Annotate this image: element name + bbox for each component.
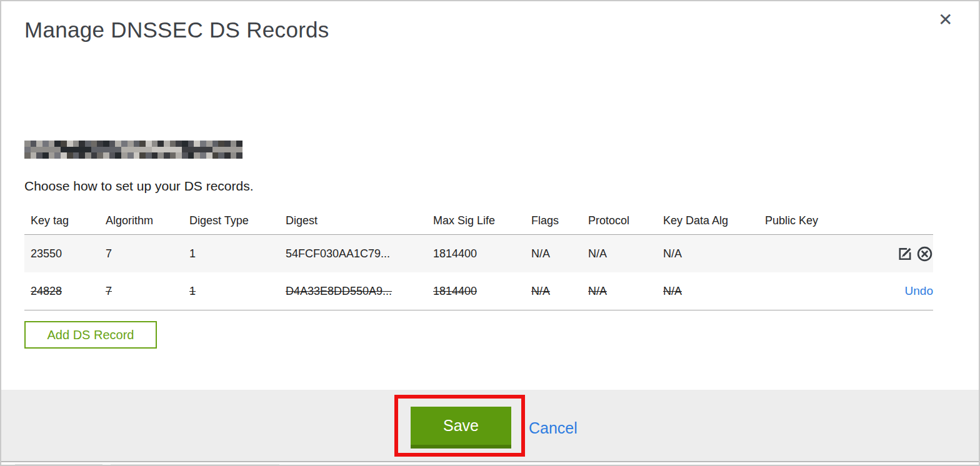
table-row-deleted: 24828 7 1 D4A33E8DD550A9... 1814400 N/A … bbox=[24, 272, 933, 310]
cell-key-tag: 24828 bbox=[24, 272, 99, 310]
column-header-key-data-alg: Key Data Alg bbox=[657, 207, 759, 235]
save-button[interactable]: Save bbox=[411, 407, 511, 449]
page-title: Manage DNSSEC DS Records bbox=[24, 17, 329, 42]
cell-digest-type: 1 bbox=[183, 235, 279, 273]
instruction-text: Choose how to set up your DS records. bbox=[24, 179, 254, 194]
column-header-flags: Flags bbox=[525, 207, 582, 235]
column-header-protocol: Protocol bbox=[582, 207, 657, 235]
redacted-domain-name bbox=[24, 141, 242, 159]
cell-digest: D4A33E8DD550A9... bbox=[279, 272, 427, 310]
cancel-link[interactable]: Cancel bbox=[529, 419, 578, 437]
cell-max-sig-life: 1814400 bbox=[427, 272, 525, 310]
column-header-digest-type: Digest Type bbox=[183, 207, 279, 235]
delete-icon[interactable] bbox=[916, 245, 933, 262]
cell-key-tag: 23550 bbox=[24, 235, 99, 273]
cell-key-data-alg: N/A bbox=[657, 235, 759, 273]
cell-digest-type: 1 bbox=[183, 272, 279, 310]
undo-link[interactable]: Undo bbox=[905, 284, 933, 297]
cell-public-key bbox=[759, 272, 840, 310]
cell-max-sig-life: 1814400 bbox=[427, 235, 525, 273]
table-header-row: Key tag Algorithm Digest Type Digest Max… bbox=[24, 207, 933, 235]
column-header-digest: Digest bbox=[279, 207, 427, 235]
column-header-key-tag: Key tag bbox=[24, 207, 99, 235]
add-ds-record-button[interactable]: Add DS Record bbox=[24, 321, 157, 349]
cell-public-key bbox=[759, 235, 840, 273]
dnssec-ds-records-modal: Manage DNSSEC DS Records ✕ Choose how to… bbox=[0, 0, 980, 466]
cell-actions: Undo bbox=[840, 272, 933, 310]
close-icon[interactable]: ✕ bbox=[938, 11, 952, 29]
cell-digest: 54FCF030AA1C79... bbox=[279, 235, 427, 273]
cell-protocol: N/A bbox=[582, 272, 657, 310]
cell-key-data-alg: N/A bbox=[657, 272, 759, 310]
cell-flags: N/A bbox=[525, 235, 582, 273]
cell-flags: N/A bbox=[525, 272, 582, 310]
ds-records-table: Key tag Algorithm Digest Type Digest Max… bbox=[24, 207, 933, 310]
cell-actions bbox=[840, 235, 933, 273]
table-row: 23550 7 1 54FCF030AA1C79... 1814400 N/A … bbox=[24, 235, 933, 273]
edit-icon[interactable] bbox=[896, 245, 913, 262]
column-header-actions bbox=[840, 207, 933, 235]
column-header-public-key: Public Key bbox=[759, 207, 840, 235]
column-header-max-sig-life: Max Sig Life bbox=[427, 207, 525, 235]
cell-algorithm: 7 bbox=[99, 235, 183, 273]
column-header-algorithm: Algorithm bbox=[99, 207, 183, 235]
cell-algorithm: 7 bbox=[99, 272, 183, 310]
cell-protocol: N/A bbox=[582, 235, 657, 273]
